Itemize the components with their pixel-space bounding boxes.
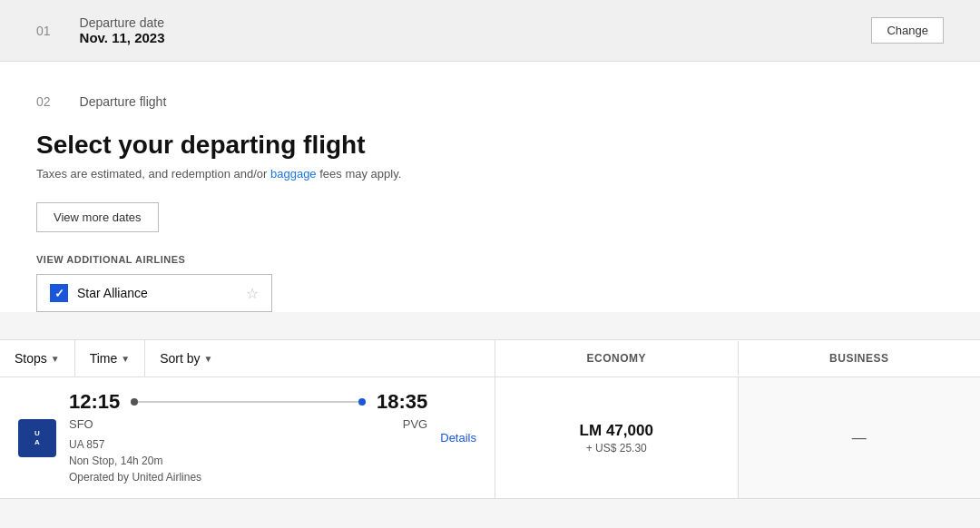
arrive-time: 18:35 (377, 390, 427, 414)
economy-price: LM 47,000 (580, 422, 653, 440)
step02-label: Departure flight (80, 94, 167, 109)
business-dash: — (852, 430, 867, 446)
step02-row: 02 Departure flight (36, 80, 944, 109)
economy-sub-price: + US$ 25.30 (586, 442, 647, 455)
stops-filter-button[interactable]: Stops ▼ (0, 340, 75, 376)
star-alliance-name: Star Alliance (77, 286, 237, 300)
flight-number: UA 857 (69, 436, 427, 453)
time-filter-button[interactable]: Time ▼ (75, 340, 146, 376)
subtitle-end: fees may apply. (317, 167, 402, 181)
step02-number: 02 (36, 94, 51, 109)
baggage-link[interactable]: baggage (270, 167, 317, 181)
sort-arrow-icon: ▼ (204, 354, 213, 364)
economy-price-col[interactable]: LM 47,000 + US$ 25.30 (495, 377, 739, 498)
flight-times: 12:15 18:35 SFO PVG UA 857 Non Stop, 14h… (69, 390, 427, 485)
time-arrow-icon: ▼ (121, 354, 130, 364)
flight-stops: Non Stop, 14h 20m (69, 453, 427, 469)
subtitle-text: Taxes are estimated, and redemption and/… (36, 167, 270, 181)
line-track (131, 401, 366, 403)
sort-label: Sort by (160, 351, 200, 366)
step01-date: Nov. 11, 2023 (80, 30, 843, 45)
flight-info: UA 12:15 18:35 SFO PVG UA 857 Non S (0, 377, 495, 498)
page-title: Select your departing flight (36, 131, 944, 160)
stops-label: Stops (15, 351, 47, 366)
arrive-airport: PVG (403, 417, 427, 431)
line-dot-right (358, 398, 366, 406)
sort-filter-button[interactable]: Sort by ▼ (145, 340, 227, 376)
step01-number: 01 (36, 24, 51, 38)
business-column-header: BUSINESS (739, 341, 981, 376)
flight-line (131, 401, 366, 403)
flight-details-text: UA 857 Non Stop, 14h 20m Operated by Uni… (69, 436, 427, 485)
main-content: 02 Departure flight Select your departin… (0, 62, 980, 312)
additional-airlines-section: VIEW ADDITIONAL AIRLINES Star Alliance ☆ (36, 254, 944, 312)
airline-logo: UA (18, 419, 56, 457)
star-alliance-checkbox[interactable] (50, 284, 68, 302)
additional-airlines-label: VIEW ADDITIONAL AIRLINES (36, 254, 944, 265)
economy-column-header: ECONOMY (495, 341, 739, 376)
step01-bar: 01 Departure date Nov. 11, 2023 Change (0, 0, 980, 62)
step01-content: Departure date Nov. 11, 2023 (80, 15, 843, 45)
business-price-col[interactable]: — (739, 377, 981, 498)
filter-bar-left: Stops ▼ Time ▼ Sort by ▼ (0, 340, 495, 376)
depart-airport: SFO (69, 417, 93, 431)
page-header: Select your departing flight Taxes are e… (36, 109, 944, 181)
airline-logo-text: UA (34, 429, 40, 446)
change-button[interactable]: Change (871, 17, 944, 44)
star-icon[interactable]: ☆ (246, 285, 259, 302)
time-row: 12:15 18:35 (69, 390, 427, 414)
flight-operator: Operated by United Airlines (69, 469, 427, 485)
filter-bar-right: ECONOMY BUSINESS (495, 341, 980, 376)
step01-label: Departure date (80, 15, 843, 30)
filter-bar: Stops ▼ Time ▼ Sort by ▼ ECONOMY BUSINES… (0, 339, 980, 377)
line-dot-left (131, 398, 138, 406)
details-link[interactable]: Details (440, 431, 476, 445)
depart-time: 12:15 (69, 390, 120, 414)
star-alliance-box[interactable]: Star Alliance ☆ (36, 274, 272, 312)
time-label: Time (90, 351, 118, 366)
flight-result-row: UA 12:15 18:35 SFO PVG UA 857 Non S (0, 377, 980, 499)
subtitle: Taxes are estimated, and redemption and/… (36, 167, 944, 181)
view-more-dates-button[interactable]: View more dates (36, 202, 159, 232)
stops-arrow-icon: ▼ (51, 354, 60, 364)
